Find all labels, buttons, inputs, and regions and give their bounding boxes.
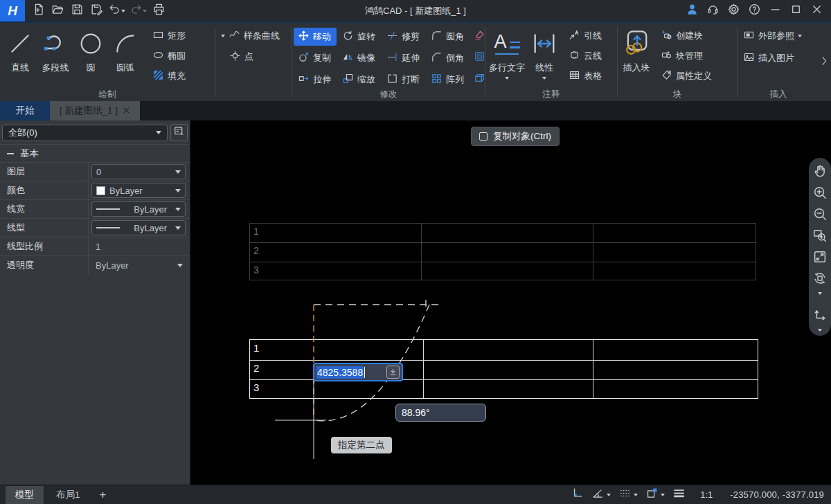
polar-tracking-button[interactable] [591,487,611,503]
tool-polyline[interactable]: 多段线 [39,24,72,75]
close-button[interactable] [807,2,825,20]
selection-filter-dropdown[interactable]: 全部(0) [2,125,168,141]
user-account-button[interactable] [683,2,701,20]
tool-copy[interactable]: 复制 [294,49,337,67]
chamfer-icon [431,51,443,65]
tool-hatch[interactable]: 填充 [148,67,190,85]
property-row-color: 颜色 ByLayer [0,181,190,199]
group-label-modify: 修改 [294,89,483,101]
tool-array[interactable]: 阵列 [427,71,470,89]
color-dropdown[interactable]: ByLayer [91,183,186,198]
properties-palette-button[interactable] [170,124,188,141]
tool-stretch[interactable]: 拉伸 [294,71,337,89]
maximize-button[interactable] [787,2,805,20]
dynamic-angle-input[interactable]: 88.96° [395,404,486,422]
orbit-dropdown-caret[interactable] [818,292,822,295]
osnap-dropdown-caret[interactable] [661,494,665,496]
open-file-button[interactable] [48,2,66,20]
annotation-scale[interactable]: 1:1 [700,489,713,500]
grid-dropdown-caret[interactable] [634,494,638,496]
dimension-dropdown-caret[interactable] [542,77,546,80]
save-as-button[interactable] [87,2,105,20]
tool-insert-image[interactable]: 插入图片 [739,49,798,67]
tool-table[interactable]: 表格 [564,67,606,85]
tool-fillet[interactable]: 圆角 [427,28,470,46]
tool-block-manager[interactable]: 块管理 [656,47,716,65]
create-block-icon [661,29,672,43]
tool-break[interactable]: 打断 [382,71,425,89]
drawing-canvas[interactable]: 1 2 3 1 2 3 [190,120,831,485]
zoom-out-button[interactable] [811,206,829,224]
tool-ellipse[interactable]: 椭圆 [148,47,190,65]
lineweight-dropdown[interactable]: ByLayer [91,201,186,217]
tool-attribute-definition[interactable]: 属性定义 [656,67,716,85]
tool-mtext[interactable]: A 多行文字 [487,24,527,81]
tool-revcloud[interactable]: 云线 [564,47,606,65]
undo-dropdown-caret[interactable] [121,10,125,12]
snap-grid-button[interactable] [618,487,638,503]
tool-rotate[interactable]: 旋转 [338,28,381,46]
tool-extend[interactable]: 延伸 [382,49,425,67]
tool-circle[interactable]: 圆 [75,24,107,75]
draw-flyout-caret[interactable] [221,35,225,37]
tool-mirror[interactable]: 镜像 [338,49,381,67]
tool-spline[interactable]: 样条曲线 [217,27,284,45]
section-basic[interactable]: 基本 [0,144,190,162]
mirror-icon [342,51,354,65]
orbit-button[interactable] [811,271,829,289]
ribbon-expand-button[interactable] [819,53,830,71]
close-icon [810,3,823,19]
redo-dropdown-caret[interactable] [143,10,147,12]
tool-trim[interactable]: 修剪 [382,28,425,46]
polar-dropdown-caret[interactable] [607,494,611,496]
tool-arc[interactable]: 圆弧 [109,24,141,75]
print-button[interactable] [150,2,168,20]
chevron-down-icon [175,170,181,174]
layout1-tab[interactable]: 布局1 [46,486,90,504]
linetype-dropdown[interactable]: ByLayer [91,220,186,235]
cad-table-upper[interactable]: 1 2 3 [249,223,756,280]
tool-create-block[interactable]: 创建块 [656,27,716,45]
tool-chamfer[interactable]: 倒角 [427,49,470,67]
xref-dropdown-caret[interactable] [798,35,802,37]
undo-button[interactable] [107,2,127,20]
lineweight-display-button[interactable] [672,487,686,503]
tool-leader[interactable]: 引线 [564,27,606,45]
mtext-dropdown-caret[interactable] [505,77,509,80]
redo-button[interactable] [128,2,148,20]
dynamic-distance-input[interactable]: 4825.3588 [313,363,403,381]
tool-point[interactable]: 点 [225,48,258,66]
transparency-dropdown[interactable]: ByLayer [91,260,186,271]
zoom-in-button[interactable] [811,185,829,203]
zoom-window-button[interactable] [811,228,829,246]
tool-move[interactable]: 移动 [294,28,337,46]
app-logo[interactable]: H [0,0,25,21]
model-tab[interactable]: 模型 [6,486,44,504]
support-button[interactable] [704,2,722,20]
tab-start[interactable]: 开始 [0,101,50,120]
tool-rectangle[interactable]: 矩形 [148,27,190,45]
ltscale-field[interactable]: 1 [91,242,186,252]
ucs-axis-button[interactable] [811,307,829,325]
new-file-button[interactable] [29,2,47,20]
tool-insert-block[interactable]: 插入块 [619,24,654,75]
zoom-extents-button[interactable] [811,249,829,267]
help-button[interactable] [745,2,763,20]
tool-xref[interactable]: 外部参照 [739,27,806,45]
minimize-button[interactable] [766,2,784,20]
ucs-dropdown-caret[interactable] [818,329,822,332]
add-layout-button[interactable]: + [93,488,114,502]
save-button[interactable] [68,2,86,20]
object-snap-button[interactable] [645,487,665,503]
command-prompt-tooltip: 指定第二点 [331,437,392,453]
layer-dropdown[interactable]: 0 [91,164,186,179]
pan-button[interactable] [811,163,829,181]
tool-linear-dim[interactable]: 线性 [528,24,560,81]
tool-scale[interactable]: 缩放 [338,71,381,89]
input-dropdown-button[interactable] [386,366,400,379]
settings-button[interactable] [724,2,742,20]
tab-drawing-1[interactable]: [ 新建图纸_1 ] [50,101,140,120]
tool-line[interactable]: 直线 [4,24,36,75]
ortho-mode-button[interactable] [571,487,584,503]
tab-close-icon[interactable] [123,106,130,116]
